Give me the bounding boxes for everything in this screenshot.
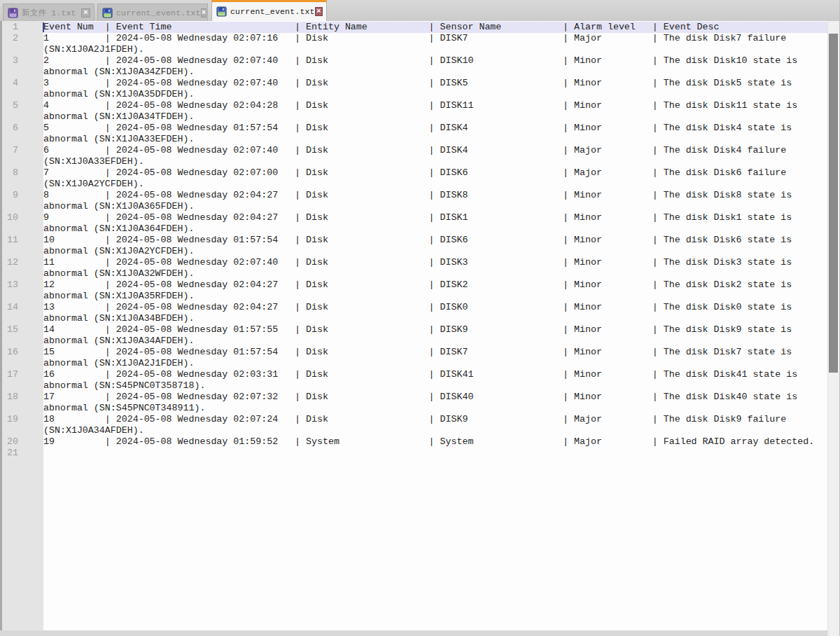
code-text[interactable]: (SN:X1J0A2J1FDEH).	[43, 44, 827, 55]
code-text[interactable]: abnormal (SN:X1J0A32WFDEH).	[43, 268, 827, 279]
code-text[interactable]: abnormal (SN:X1J0A2YCFDEH).	[43, 246, 827, 257]
code-row[interactable]: abnormal (SN:X1J0A34TFDEH).	[0, 111, 827, 123]
code-row[interactable]: abnormal (SN:X1J0A34AFDEH).	[0, 336, 827, 347]
code-row[interactable]: 109 | 2024-05-08 Wednesday 02:04:27 | Di…	[0, 212, 827, 223]
code-text[interactable]: (SN:X1J0A34AFDEH).	[43, 425, 827, 436]
code-text[interactable]: abnormal (SN:S45PNC0T358718).	[43, 380, 827, 392]
code-text[interactable]: 18 | 2024-05-08 Wednesday 02:07:24 | Dis…	[43, 414, 827, 425]
code-text[interactable]: abnormal (SN:X1J0A34ZFDEH).	[43, 67, 827, 78]
close-tab-icon[interactable]: ×	[81, 8, 90, 18]
line-number: 4	[0, 78, 43, 89]
code-row[interactable]: 1918 | 2024-05-08 Wednesday 02:07:24 | D…	[0, 414, 827, 425]
code-row[interactable]: abnormal (SN:X1J0A2YCFDEH).	[0, 246, 827, 257]
code-row[interactable]: 21	[0, 448, 827, 459]
code-text[interactable]: 19 | 2024-05-08 Wednesday 01:59:52 | Sys…	[43, 436, 827, 448]
code-row[interactable]: 1110 | 2024-05-08 Wednesday 01:57:54 | D…	[0, 235, 827, 246]
code-text[interactable]: abnormal (SN:X1J0A364FDEH).	[43, 223, 827, 235]
line-number	[0, 67, 43, 78]
line-number	[0, 380, 43, 392]
tab-current-event-2-active[interactable]: current_event.txt ×	[211, 0, 327, 21]
code-text[interactable]: abnormal (SN:X1J0A34BFDEH).	[43, 313, 827, 324]
line-number: 18	[0, 392, 43, 403]
code-text[interactable]: abnormal (SN:X1J0A34AFDEH).	[43, 336, 827, 347]
code-text[interactable]: abnormal (SN:S45PNC0T348911).	[43, 403, 827, 414]
code-text[interactable]: 5 | 2024-05-08 Wednesday 01:57:54 | Disk…	[43, 123, 827, 134]
code-row[interactable]: 87 | 2024-05-08 Wednesday 02:07:00 | Dis…	[0, 167, 827, 179]
code-text[interactable]: 9 | 2024-05-08 Wednesday 02:04:27 | Disk…	[43, 212, 827, 223]
code-text[interactable]: 8 | 2024-05-08 Wednesday 02:04:27 | Disk…	[43, 190, 827, 201]
code-row[interactable]: (SN:X1J0A2J1FDEH).	[0, 44, 827, 55]
text-editor[interactable]: 1Event Num | Event Time | Entity Name | …	[0, 21, 839, 636]
code-row[interactable]: 32 | 2024-05-08 Wednesday 02:07:40 | Dis…	[0, 55, 827, 67]
tab-current-event-1[interactable]: current_event.txt ×	[97, 4, 208, 21]
code-text[interactable]: 4 | 2024-05-08 Wednesday 02:04:28 | Disk…	[43, 100, 827, 111]
code-text[interactable]: abnormal (SN:X1J0A365FDEH).	[43, 201, 827, 212]
line-number: 8	[0, 167, 43, 179]
code-text[interactable]: 14 | 2024-05-08 Wednesday 01:57:55 | Dis…	[43, 324, 827, 336]
code-text[interactable]: 2 | 2024-05-08 Wednesday 02:07:40 | Disk…	[43, 55, 827, 67]
close-tab-icon[interactable]: ×	[201, 8, 207, 18]
window-bottom-edge	[0, 630, 827, 636]
code-row[interactable]: abnormal (SN:X1J0A34BFDEH).	[0, 313, 827, 324]
code-row[interactable]: 76 | 2024-05-08 Wednesday 02:07:40 | Dis…	[0, 145, 827, 156]
code-text[interactable]: 6 | 2024-05-08 Wednesday 02:07:40 | Disk…	[43, 145, 827, 156]
text-caret	[43, 22, 44, 32]
code-row[interactable]: 2019 | 2024-05-08 Wednesday 01:59:52 | S…	[0, 436, 827, 448]
code-row[interactable]: 1Event Num | Event Time | Entity Name | …	[0, 22, 827, 33]
code-text[interactable]: 10 | 2024-05-08 Wednesday 01:57:54 | Dis…	[43, 235, 827, 246]
code-row[interactable]: abnormal (SN:X1J0A365FDEH).	[0, 201, 827, 212]
code-text[interactable]: abnormal (SN:X1J0A34TFDEH).	[43, 111, 827, 123]
code-row[interactable]: abnormal (SN:X1J0A34ZFDEH).	[0, 67, 827, 78]
code-text[interactable]: 12 | 2024-05-08 Wednesday 02:04:27 | Dis…	[43, 279, 827, 291]
vertical-scrollbar[interactable]	[827, 21, 839, 636]
line-number: 12	[0, 257, 43, 268]
code-row[interactable]: abnormal (SN:X1J0A2J1FDEH).	[0, 358, 827, 369]
code-row[interactable]: abnormal (SN:X1J0A364FDEH).	[0, 223, 827, 235]
code-row[interactable]: abnormal (SN:X1J0A35DFDEH).	[0, 89, 827, 100]
code-text[interactable]	[43, 448, 827, 459]
code-row[interactable]: 65 | 2024-05-08 Wednesday 01:57:54 | Dis…	[0, 123, 827, 134]
code-row[interactable]: 1413 | 2024-05-08 Wednesday 02:04:27 | D…	[0, 302, 827, 313]
code-row[interactable]: (SN:X1J0A34AFDEH).	[0, 425, 827, 436]
line-number	[0, 89, 43, 100]
editor-text-area[interactable]: 1Event Num | Event Time | Entity Name | …	[0, 22, 827, 630]
tab-new-file-1[interactable]: 新文件 1.txt ×	[3, 4, 94, 21]
code-row[interactable]: (SN:X1J0A33EFDEH).	[0, 156, 827, 167]
code-text[interactable]: (SN:X1J0A2YCFDEH).	[43, 179, 827, 190]
floppy-disk-icon	[216, 6, 227, 17]
code-row[interactable]: 1211 | 2024-05-08 Wednesday 02:07:40 | D…	[0, 257, 827, 268]
tab-title: current_event.txt	[116, 8, 201, 18]
code-row[interactable]: abnormal (SN:S45PNC0T358718).	[0, 380, 827, 392]
code-row[interactable]: 43 | 2024-05-08 Wednesday 02:07:40 | Dis…	[0, 78, 827, 89]
code-text[interactable]: abnormal (SN:X1J0A35RFDEH).	[43, 291, 827, 302]
code-row[interactable]: 21 | 2024-05-08 Wednesday 02:07:16 | Dis…	[0, 33, 827, 44]
code-text[interactable]: 13 | 2024-05-08 Wednesday 02:04:27 | Dis…	[43, 302, 827, 313]
scrollbar-thumb[interactable]	[829, 34, 838, 373]
code-row[interactable]: 1514 | 2024-05-08 Wednesday 01:57:55 | D…	[0, 324, 827, 336]
line-number: 6	[0, 123, 43, 134]
code-row[interactable]: abnormal (SN:X1J0A32WFDEH).	[0, 268, 827, 279]
code-text[interactable]: 7 | 2024-05-08 Wednesday 02:07:00 | Disk…	[43, 167, 827, 179]
code-text[interactable]: abnormal (SN:X1J0A2J1FDEH).	[43, 358, 827, 369]
code-text[interactable]: 1 | 2024-05-08 Wednesday 02:07:16 | Disk…	[43, 33, 827, 44]
code-row[interactable]: 1312 | 2024-05-08 Wednesday 02:04:27 | D…	[0, 279, 827, 291]
code-row[interactable]: abnormal (SN:X1J0A35RFDEH).	[0, 291, 827, 302]
code-row[interactable]: (SN:X1J0A2YCFDEH).	[0, 179, 827, 190]
code-text[interactable]: 3 | 2024-05-08 Wednesday 02:07:40 | Disk…	[43, 78, 827, 89]
code-row[interactable]: 54 | 2024-05-08 Wednesday 02:04:28 | Dis…	[0, 100, 827, 111]
code-text[interactable]: 16 | 2024-05-08 Wednesday 02:03:31 | Dis…	[43, 369, 827, 380]
code-text[interactable]: 17 | 2024-05-08 Wednesday 02:07:32 | Dis…	[43, 392, 827, 403]
code-text[interactable]: abnormal (SN:X1J0A33EFDEH).	[43, 134, 827, 145]
code-row[interactable]: abnormal (SN:X1J0A33EFDEH).	[0, 134, 827, 145]
code-row[interactable]: 1615 | 2024-05-08 Wednesday 01:57:54 | D…	[0, 347, 827, 358]
code-row[interactable]: 1716 | 2024-05-08 Wednesday 02:03:31 | D…	[0, 369, 827, 380]
code-text[interactable]: 15 | 2024-05-08 Wednesday 01:57:54 | Dis…	[43, 347, 827, 358]
code-row[interactable]: 1817 | 2024-05-08 Wednesday 02:07:32 | D…	[0, 392, 827, 403]
code-text[interactable]: (SN:X1J0A33EFDEH).	[43, 156, 827, 167]
code-text[interactable]: Event Num | Event Time | Entity Name | S…	[43, 22, 827, 33]
code-text[interactable]: abnormal (SN:X1J0A35DFDEH).	[43, 89, 827, 100]
code-text[interactable]: 11 | 2024-05-08 Wednesday 02:07:40 | Dis…	[43, 257, 827, 268]
close-tab-icon[interactable]: ×	[315, 7, 323, 16]
code-row[interactable]: abnormal (SN:S45PNC0T348911).	[0, 403, 827, 414]
code-row[interactable]: 98 | 2024-05-08 Wednesday 02:04:27 | Dis…	[0, 190, 827, 201]
